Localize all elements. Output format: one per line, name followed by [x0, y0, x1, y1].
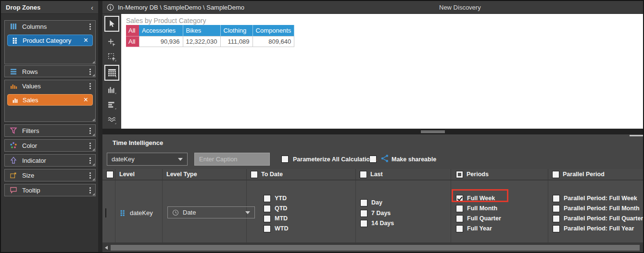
pivot-row-header[interactable]: All [126, 36, 139, 47]
bar-chart-tool[interactable] [104, 98, 119, 112]
indicator-zone[interactable]: Indicator [4, 154, 96, 167]
plus-pointer-icon [108, 38, 116, 47]
line-chart-tool[interactable] [104, 113, 119, 127]
qtd-checkbox[interactable] [264, 205, 271, 212]
measure-bars-icon [12, 97, 18, 103]
header-to-date: To Date [247, 169, 356, 181]
tooltip-menu-icon[interactable] [89, 187, 91, 189]
option-mtd: MTD [264, 215, 288, 222]
pivot-value-cell[interactable]: 809,640 [253, 36, 294, 47]
splitter-grip[interactable] [421, 131, 445, 131]
header-parallel-period: Parallel Period [548, 169, 643, 181]
filters-zone[interactable]: Filters [4, 124, 96, 137]
caption-input[interactable] [194, 153, 270, 166]
panel-resize-handle[interactable] [630, 135, 643, 136]
lasso-select-tool[interactable] [104, 50, 119, 64]
pivot-value-cell[interactable]: 90,936 [139, 36, 183, 47]
color-zone[interactable]: Color [4, 139, 96, 152]
parallel-full-quarter-checkbox[interactable] [553, 215, 560, 222]
pivot-col-header[interactable]: Clothing [220, 25, 253, 36]
topbar: In-Memory DB \ SampleDemo \ SampleDemo N… [102, 1, 643, 14]
grid-visualization-tool[interactable] [104, 65, 119, 81]
chip-sales-label: Sales [23, 96, 38, 104]
tooltip-bubble-icon [10, 186, 17, 194]
size-icon [10, 171, 17, 179]
field-dropdown[interactable]: dateKey [107, 153, 188, 166]
pivot-corner-cell[interactable]: All [126, 25, 139, 36]
drop-zones-header: Drop Zones ‹ [1, 1, 98, 14]
select-all-checkbox[interactable] [106, 171, 114, 178]
pointer-tool[interactable] [104, 16, 119, 32]
pivot-col-header[interactable]: Components [253, 25, 294, 36]
chevron-down-icon [245, 211, 250, 214]
parallel-full-year-checkbox[interactable] [553, 225, 560, 232]
parameterize-checkbox[interactable] [281, 156, 289, 163]
full-quarter-checkbox[interactable] [456, 215, 463, 222]
option-parallel-full-week: Parallel Period: Full Week [553, 194, 637, 202]
columns-zone[interactable]: Columns Product Category × [4, 20, 96, 64]
field-dropdown-value: dateKey [112, 156, 135, 163]
wtd-checkbox[interactable] [264, 225, 271, 232]
bar-chart-icon [108, 101, 116, 109]
values-zone[interactable]: Values Sales × [4, 80, 96, 122]
option-14-days: 14 Days [360, 219, 394, 227]
periods-all-checkbox[interactable] [456, 171, 463, 178]
columns-menu-icon[interactable] [89, 24, 91, 25]
column-chart-tool[interactable] [104, 83, 119, 96]
values-label: Values [22, 83, 85, 90]
color-menu-icon[interactable] [89, 143, 91, 144]
parallel-full-month-checkbox[interactable] [553, 205, 560, 212]
breadcrumb: In-Memory DB \ SampleDemo \ SampleDemo [118, 4, 244, 11]
size-label: Size [22, 172, 85, 179]
14-days-checkbox[interactable] [360, 220, 367, 227]
level-type-dropdown[interactable]: Date [167, 206, 255, 218]
pivot-value-cell[interactable]: 111,089 [220, 36, 253, 47]
attribute-grid-icon [120, 210, 126, 216]
rows-menu-icon[interactable] [89, 69, 91, 70]
full-year-checkbox[interactable] [456, 225, 463, 232]
point-select-tool[interactable] [104, 36, 119, 49]
header-level: Level [115, 169, 163, 181]
parallel-full-week-checkbox[interactable] [553, 195, 560, 202]
tooltip-zone[interactable]: Tooltip [4, 184, 96, 196]
to-date-all-checkbox[interactable] [251, 171, 258, 178]
chip-sales[interactable]: Sales × [7, 94, 93, 106]
remove-product-category-icon[interactable]: × [84, 36, 88, 44]
full-month-checkbox[interactable] [456, 205, 463, 212]
horizontal-scrollbar[interactable] [102, 244, 643, 252]
option-parallel-full-quarter: Parallel Period: Full Quarter [553, 215, 643, 222]
scrollbar-thumb[interactable] [111, 245, 640, 251]
size-menu-icon[interactable] [89, 172, 91, 174]
scroll-left-icon[interactable] [105, 246, 108, 250]
pivot-value-cell[interactable]: 12,322,030 [183, 36, 220, 47]
indicator-menu-icon[interactable] [89, 157, 91, 159]
clock-icon [172, 209, 179, 216]
chevron-down-icon [178, 158, 183, 161]
mtd-checkbox[interactable] [264, 215, 271, 222]
remove-sales-icon[interactable]: × [84, 96, 88, 104]
filters-label: Filters [22, 127, 85, 134]
indicator-label: Indicator [22, 157, 85, 164]
values-menu-icon[interactable] [89, 83, 91, 84]
panel-splitter-vertical[interactable] [98, 1, 102, 252]
filters-menu-icon[interactable] [89, 128, 91, 129]
rows-zone[interactable]: Rows [4, 65, 96, 77]
collapse-panel-icon[interactable]: ‹ [91, 4, 93, 11]
color-label: Color [22, 142, 85, 149]
last-all-checkbox[interactable] [360, 171, 367, 178]
ytd-checkbox[interactable] [264, 195, 271, 202]
chip-product-category[interactable]: Product Category × [7, 35, 93, 46]
indicator-arrow-icon [10, 157, 17, 164]
panel-splitter-horizontal[interactable] [102, 129, 643, 134]
row-select-checkbox[interactable] [105, 208, 106, 217]
7-days-checkbox[interactable] [360, 210, 367, 217]
pivot-col-header[interactable]: Accessories [139, 25, 183, 36]
parallel-all-checkbox[interactable] [552, 171, 559, 178]
day-checkbox[interactable] [360, 199, 367, 206]
shareable-checkbox[interactable] [369, 156, 377, 163]
share-icon [380, 154, 389, 163]
size-zone[interactable]: Size [4, 169, 96, 181]
pivot-col-header[interactable]: Bikes [183, 25, 220, 36]
info-icon[interactable] [107, 4, 114, 11]
color-dots-icon [10, 142, 17, 149]
